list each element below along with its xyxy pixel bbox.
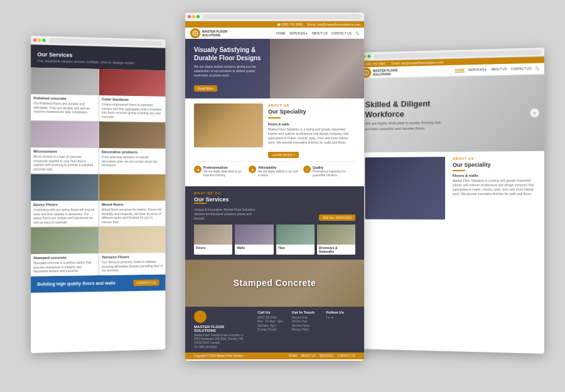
- footer-nav-contact[interactable]: CONTACT US: [337, 354, 355, 358]
- feature-text: Affordability We are highly skilled in o…: [258, 166, 301, 177]
- service-img-polished: [31, 68, 99, 95]
- services-label: WHAT WE DO: [194, 191, 257, 195]
- center-nav: MASTER FLOORSOLUTIONS HOME SERVICES ▾ AB…: [185, 28, 364, 39]
- center-phone: ☎ (206) 701 9960: [277, 23, 303, 26]
- service-label: Microcement: [31, 147, 99, 155]
- right-nav-home[interactable]: HOME: [455, 68, 465, 72]
- service-img-stamped: [31, 227, 99, 254]
- browser-bar-center: [185, 13, 364, 21]
- right-email: Email: info@masterfloorsolutions.com: [392, 60, 444, 65]
- dot-yellow: [38, 38, 41, 41]
- footer-col-title: Get In Touch: [292, 310, 321, 314]
- center-top-bar: ☎ (206) 701 9960 Email: info@masterfloor…: [185, 21, 364, 28]
- about-section-label: ABOUT US: [268, 103, 355, 107]
- affordability-icon: ✦: [249, 166, 256, 173]
- service-img-wood: [99, 174, 165, 201]
- service-card-label: Walls: [235, 245, 273, 251]
- nav-services[interactable]: SERVICES ▾: [289, 31, 308, 35]
- nav-search-icon[interactable]: 🔍: [355, 31, 359, 35]
- left-window: Our Services Our expertise ranges across…: [31, 36, 165, 353]
- dot-green: [42, 39, 45, 42]
- service-img-deco: [99, 122, 165, 149]
- footer-address: Market Floor Solutions has a location in…: [194, 334, 252, 349]
- footer-social-links[interactable]: f in ✦: [326, 316, 355, 319]
- services-underline: [194, 203, 207, 204]
- service-card-label: Tiles: [276, 245, 315, 251]
- right-nav-services[interactable]: SERVICES ▾: [468, 68, 487, 73]
- left-header: Our Services Our expertise ranges across…: [31, 45, 165, 70]
- right-about-underline: [453, 170, 465, 171]
- services-text: WHAT WE DO Our Services Unique & Innovat…: [194, 191, 257, 221]
- list-item: Polished concrete Our Polished Floors ar…: [31, 68, 99, 121]
- service-card-label: Driveways & Sidewalks: [317, 245, 355, 255]
- see-all-services-button[interactable]: SEE ALL SERVICES: [319, 215, 355, 221]
- footer-col-title: Call Us: [257, 310, 287, 314]
- logo-svg: [192, 30, 198, 36]
- footer-nav-links: HOME ABOUT US SERVICES CONTACT US: [289, 354, 355, 358]
- footer-nav-services[interactable]: SERVICES: [319, 354, 333, 358]
- list-item: Decorative products From premade devotio…: [99, 122, 165, 174]
- center-logo: MASTER FLOORSOLUTIONS: [190, 28, 227, 38]
- footer-col-item: Mon - Fri 8am - 5pm: [257, 320, 287, 323]
- quality-icon: ✓: [303, 166, 311, 173]
- right-hero-content: Skilled & DiligentWorkforce We are highl…: [365, 98, 451, 131]
- services-desc: Unique & Innovative. Market Floor Soluti…: [194, 208, 257, 221]
- about-row: ABOUT US Our Speciality Floors & walls M…: [194, 103, 355, 159]
- about-section-title: Our Speciality: [268, 109, 355, 115]
- right-about-section: ABOUT US Our Speciality Floors & walls M…: [357, 151, 544, 225]
- right-nav-about[interactable]: ABOUT US: [491, 67, 507, 72]
- service-card-img-tiles: [276, 225, 315, 245]
- footer-logo-icon: [194, 310, 207, 323]
- service-label: Decorative products: [99, 148, 165, 156]
- footer-col-item: Sunday Closed: [257, 328, 287, 331]
- contact-us-button[interactable]: CONTACT US: [133, 279, 159, 286]
- feature-desc: We are highly dedicated to our business …: [203, 170, 246, 177]
- footer-col-item: Sat 9am - 5pm: [257, 324, 287, 327]
- feature-quality: ✓ Quality Professional experience to gua…: [303, 166, 355, 177]
- features-row: ★ Professionalism We are highly dedicate…: [194, 161, 355, 181]
- right-about-image: [365, 157, 445, 220]
- center-about: ABOUT US Our Speciality Floors & walls M…: [185, 98, 364, 186]
- hero-marble-bg: [270, 39, 364, 98]
- logo-icon: [190, 28, 200, 38]
- dot-red: [188, 15, 191, 18]
- nav-home[interactable]: HOME: [276, 31, 286, 35]
- service-desc: Our Polished Floors are durable and affo…: [31, 101, 99, 117]
- hero-read-more-button[interactable]: Read More: [194, 85, 217, 92]
- nav-about[interactable]: ABOUT US: [311, 31, 327, 35]
- nav-contact[interactable]: CONTACT US: [331, 31, 352, 35]
- footer-col-item: Service One: [292, 316, 321, 319]
- list-item: Stamped concrete Stamped concrete is a p…: [31, 227, 99, 276]
- service-card-img-driveways: [317, 225, 355, 245]
- list-item: Walls: [235, 225, 273, 255]
- about-text: Market Floor Solutions is a loving and g…: [268, 127, 355, 145]
- url-bar-center: [203, 14, 362, 19]
- list-item: Terrazzo Floors Our Terrazzo products ma…: [99, 226, 165, 275]
- left-service-grid: Polished concrete Our Polished Floors ar…: [31, 68, 165, 276]
- center-footer: MASTER FLOORSOLUTIONS Market Floor Solut…: [185, 307, 364, 359]
- right-hero: Skilled & DiligentWorkforce We are highl…: [357, 75, 544, 153]
- footer-bottom: Copyright © 2024 Market Floor Solution H…: [185, 352, 364, 359]
- right-about-title: Our Speciality: [453, 161, 535, 168]
- list-item: Tiles: [276, 225, 315, 255]
- right-nav-contact[interactable]: CONTACT US: [511, 66, 532, 72]
- right-about-subtitle: Floors & walls: [453, 173, 535, 177]
- footer-col-item: Privacy Policy: [292, 328, 321, 331]
- services-title: Our Services: [194, 196, 257, 203]
- about-subtitle: Floors & walls: [268, 122, 355, 126]
- footer-nav-about[interactable]: ABOUT US: [301, 354, 316, 358]
- feature-text: Professionalism We are highly dedicated …: [203, 166, 246, 177]
- stamped-concrete-section: Stamped Concrete: [185, 260, 364, 307]
- right-logo: MASTER FLOORSOLUTIONS: [362, 66, 397, 77]
- right-hero-title: Skilled & DiligentWorkforce: [365, 98, 451, 119]
- about-learn-more-button[interactable]: LEARN MORE >: [268, 152, 299, 158]
- stamped-concrete-title: Stamped Concrete: [234, 278, 316, 288]
- right-about-text: Market Floor Solutions is a loving and g…: [453, 178, 535, 196]
- right-nav-search-icon[interactable]: 🔍: [535, 66, 539, 71]
- center-window: ☎ (206) 701 9960 Email: info@masterfloor…: [185, 13, 364, 361]
- right-hero-subtitle: We are highly dedicated to quality floor…: [365, 120, 451, 131]
- left-footer: Building high quality floors and walls C…: [31, 274, 165, 292]
- right-about-img-overlay: [365, 157, 445, 220]
- footer-nav-home[interactable]: HOME: [289, 354, 298, 358]
- footer-col-item: (456) 765-3432: [257, 316, 287, 319]
